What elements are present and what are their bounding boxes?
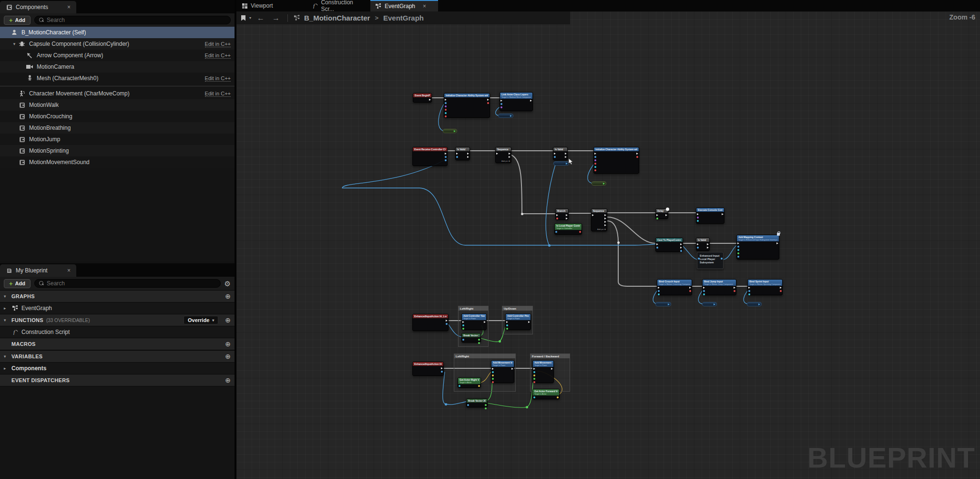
exec-pin[interactable]	[506, 321, 508, 323]
exec-pin[interactable]	[492, 368, 494, 370]
back-arrow-icon[interactable]: ←	[257, 14, 265, 22]
gear-icon[interactable]: ⚙	[225, 280, 231, 287]
blue-pin[interactable]	[555, 231, 557, 233]
red-pin[interactable]	[487, 102, 489, 104]
comment-header[interactable]: Left/Right	[454, 354, 515, 358]
graph-node-is-valid-1[interactable]: Is Valid	[455, 147, 470, 160]
exec-pin[interactable]	[511, 368, 513, 370]
green-pin[interactable]	[533, 378, 535, 380]
green-pin[interactable]	[462, 328, 464, 330]
blue-pin[interactable]	[554, 156, 556, 158]
close-icon[interactable]: ×	[67, 267, 71, 274]
yellow-pin[interactable]	[533, 375, 535, 376]
exec-pin[interactable]	[554, 153, 556, 155]
exec-pin[interactable]	[566, 214, 568, 216]
green-pin[interactable]	[656, 218, 658, 219]
red-pin[interactable]	[533, 381, 535, 383]
section-header-functions[interactable]: ▾FUNCTIONS(33 OVERRIDABLE)Override▾⊕	[0, 314, 235, 326]
green-pin[interactable]	[485, 404, 487, 406]
reroute-node[interactable]	[499, 340, 501, 343]
purple-pin[interactable]	[500, 106, 502, 108]
exec-pin[interactable]	[496, 153, 498, 155]
exec-pin[interactable]	[566, 218, 568, 219]
exec-pin[interactable]	[680, 247, 682, 249]
exec-pin[interactable]	[780, 287, 782, 289]
yellow-pin[interactable]	[557, 396, 559, 398]
reroute-node[interactable]	[617, 241, 620, 244]
my-blueprint-search-input[interactable]	[47, 280, 216, 287]
blue-pin[interactable]	[697, 247, 699, 249]
exec-pin[interactable]	[604, 214, 606, 216]
graph-node-bind-jump-input[interactable]: Bind Jump InputTarget is Motion Jump Com…	[702, 279, 736, 295]
override-dropdown[interactable]: Override▾	[184, 316, 218, 324]
exec-pin[interactable]	[703, 287, 705, 289]
exec-pin[interactable]	[697, 213, 699, 215]
blue-pin[interactable]	[656, 247, 658, 249]
graph-node-break-vector2d-2[interactable]: Break Vector 2D	[466, 398, 488, 407]
red-pin[interactable]	[734, 290, 735, 292]
graph-node-bind-crouch-input[interactable]: Bind Crouch InputTarget is Motion Crouch…	[657, 279, 692, 295]
exec-pin[interactable]	[467, 153, 469, 155]
exec-pin[interactable]	[604, 218, 606, 219]
blue-pin[interactable]	[594, 156, 596, 158]
add-icon[interactable]: ⊕	[225, 353, 231, 360]
blue-pin[interactable]	[456, 156, 458, 158]
blue-pin[interactable]	[658, 290, 660, 292]
exec-pin[interactable]	[656, 214, 658, 216]
red-pin[interactable]	[492, 381, 494, 383]
exec-pin[interactable]	[697, 243, 699, 245]
cyan-pin[interactable]	[594, 166, 596, 168]
red-pin[interactable]	[445, 109, 447, 111]
exec-pin[interactable]	[487, 99, 489, 101]
exec-pin[interactable]	[604, 221, 606, 223]
exec-pin[interactable]	[604, 224, 606, 226]
edit-in-cpp-link[interactable]: Edit in C++	[205, 52, 231, 59]
cyan-pin[interactable]	[533, 396, 535, 398]
blue-pin[interactable]	[446, 323, 448, 325]
blueprint-item-construction-script[interactable]: fConstruction Script	[0, 326, 235, 338]
component-row[interactable]: B_MotionCharacter (Self)	[0, 27, 235, 38]
exec-pin[interactable]	[665, 214, 667, 216]
comment-header[interactable]: Up/Down	[502, 306, 532, 311]
blueprint-item-components[interactable]: ▸Components	[0, 363, 235, 374]
components-search[interactable]	[34, 16, 231, 24]
cyan-pin[interactable]	[459, 385, 460, 387]
exec-pin[interactable]	[456, 153, 458, 155]
red-pin[interactable]	[780, 290, 782, 292]
blue-pin[interactable]	[462, 339, 464, 341]
section-header-variables[interactable]: ▾VARIABLES⊕	[0, 350, 235, 363]
blue-pin[interactable]	[737, 256, 739, 258]
graph-node-link-anim-class-layers[interactable]: Link Anim Class LayersTarget is Skeletal…	[500, 92, 533, 111]
add-icon[interactable]: ⊕	[225, 377, 231, 384]
graph-tab-viewport[interactable]: Viewport	[236, 0, 307, 11]
graph-node-init-character-ability-1[interactable]: Initialize Character Ability System with…	[444, 93, 490, 118]
cyan-pin[interactable]	[703, 293, 705, 295]
cyan-pin[interactable]	[737, 249, 739, 251]
breadcrumb-blueprint[interactable]: B_MotionCharacter	[304, 14, 370, 22]
add-pin-label[interactable]: Add pin ⊕	[501, 160, 510, 162]
graph-node-add-mapping-context[interactable]: Add Mapping ContextTarget is Enhanced In…	[736, 235, 779, 260]
expander-icon[interactable]: ▸	[4, 306, 9, 311]
component-row[interactable]: MotionCamera	[0, 61, 235, 73]
cyan-pin[interactable]	[697, 220, 699, 222]
red-pin[interactable]	[594, 163, 596, 165]
yellow-pin[interactable]	[478, 385, 480, 387]
graph-node-enhanced-input-local-player-subsystem[interactable]: Enhanced Input Local Player Subsystem	[697, 252, 724, 269]
exec-pin[interactable]	[509, 153, 510, 155]
exec-pin[interactable]	[636, 153, 638, 155]
blue-pin[interactable]	[445, 156, 447, 158]
green-variable-pill[interactable]	[592, 181, 606, 186]
exec-pin[interactable]	[656, 243, 658, 245]
component-row[interactable]: Character Movement (CharMoveComp)Edit in…	[0, 88, 235, 99]
close-icon[interactable]: ×	[423, 3, 426, 10]
cyan-pin[interactable]	[506, 324, 508, 326]
graph-node-event-ia-lookmouse[interactable]: EnhancedInputAction IA_LookMouse	[412, 314, 449, 331]
component-row[interactable]: Mesh (CharacterMesh0)Edit in C++	[0, 73, 235, 84]
exec-pin[interactable]	[445, 153, 447, 155]
close-icon[interactable]: ×	[67, 4, 71, 10]
blue-pin[interactable]	[680, 250, 682, 252]
cyan-pin[interactable]	[533, 371, 535, 373]
exec-pin[interactable]	[446, 320, 448, 322]
expander-icon[interactable]: ▸	[4, 366, 9, 371]
breadcrumb-graph[interactable]: EventGraph	[383, 14, 424, 22]
